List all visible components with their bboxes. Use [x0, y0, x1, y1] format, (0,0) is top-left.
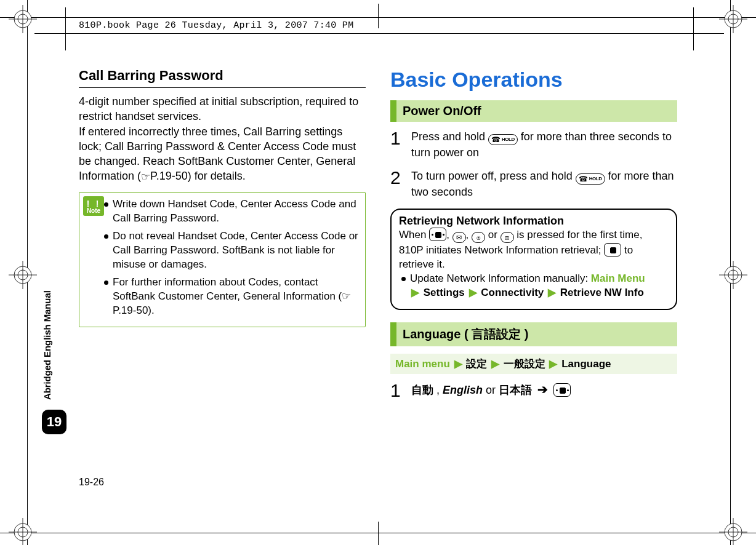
svg-point-20	[725, 266, 742, 284]
menu-settings-jp: 設定	[466, 358, 487, 370]
option-english: English	[443, 384, 483, 396]
crop-tick-tr-v	[693, 7, 694, 50]
note-badge-label: Note	[87, 208, 100, 214]
step-number: 2	[390, 169, 403, 199]
menu-language: Language	[561, 358, 611, 370]
heading-call-barring: Call Barring Password	[79, 68, 366, 84]
menu-settings: Settings	[424, 287, 465, 298]
body-desc-1: 4-digit number specified at initial subs…	[79, 94, 366, 124]
chevron-right-icon: ▶	[547, 287, 557, 298]
inner-line-top	[34, 33, 724, 34]
step-text: Press and hold ☎HOLD for more than three…	[411, 129, 677, 160]
web-key-icon: ⍟	[472, 232, 485, 243]
svg-point-4	[725, 10, 742, 28]
note-item: Write down Handset Code, Center Access C…	[113, 197, 359, 226]
option-japanese: 日本語	[499, 384, 532, 396]
note-badge-icon: ! ! Note	[83, 196, 104, 216]
network-info-title: Retrieving Network Information	[399, 215, 669, 228]
svg-point-12	[725, 523, 742, 541]
body-desc-2b: ) for details.	[188, 170, 246, 182]
svg-point-8	[14, 523, 31, 541]
heading-rule	[79, 87, 366, 88]
left-column: Call Barring Password 4-digit number spe…	[79, 68, 366, 461]
right-column: Basic Operations Power On/Off 1 Press an…	[390, 68, 677, 461]
step-number: 1	[390, 129, 403, 160]
step-number: 1	[390, 381, 403, 400]
arrow-right-icon: ➔	[535, 383, 550, 396]
side-tab-label: Abridged English Manual	[42, 271, 52, 400]
step-1-power-on: 1 Press and hold ☎HOLD for more than thr…	[390, 129, 677, 160]
step-2-power-off: 2 To turn power off, press and hold ☎HOL…	[390, 169, 677, 199]
note-item: For further information about Codes, con…	[113, 276, 359, 318]
step-text: 自動 , English or 日本語 ➔	[411, 381, 571, 400]
svg-point-9	[18, 527, 28, 537]
registration-mark-icon	[719, 261, 747, 289]
registration-mark-icon	[719, 5, 747, 33]
heading-power: Power On/Off	[390, 100, 677, 122]
side-tab: Abridged English Manual 19	[42, 271, 73, 431]
chevron-right-icon: ▶	[548, 358, 558, 370]
note-box: ! ! Note Write down Handset Code, Center…	[79, 192, 366, 327]
power-end-key-icon: ☎HOLD	[488, 134, 518, 145]
mail-key-icon: ✉	[452, 232, 466, 243]
step-1-language: 1 自動 , English or 日本語 ➔	[390, 381, 677, 400]
crop-tick-tc-v	[378, 4, 379, 28]
network-info-body: When , ✉, ⍟ or ⧈ is pressed for the firs…	[399, 228, 669, 272]
chevron-right-icon: ▶	[490, 358, 501, 370]
network-info-box: Retrieving Network Information When , ✉,…	[390, 209, 677, 310]
note-list: Write down Handset Code, Center Access C…	[86, 197, 359, 318]
chevron-right-icon: ▶	[410, 287, 420, 298]
footer-page-number: 19-26	[79, 477, 104, 488]
crop-line-right	[730, 0, 731, 545]
heading-basic-operations: Basic Operations	[390, 68, 677, 92]
menu-root: Main Menu	[591, 272, 645, 284]
svg-point-17	[18, 270, 28, 280]
crop-tick-bc-h	[366, 533, 390, 533]
step-text: To turn power off, press and hold ☎HOLD …	[411, 169, 677, 199]
nav-center-key-icon	[429, 228, 446, 241]
note-item: Do not reveal Handset Code, Center Acces…	[113, 229, 359, 272]
page-content: Abridged English Manual 19 Call Barring …	[79, 68, 677, 461]
side-tab-chapter: 19	[42, 410, 66, 434]
registration-mark-icon	[719, 518, 747, 545]
crop-line-left	[27, 0, 28, 545]
network-info-bullets: Update Network Information manually: Mai…	[399, 272, 669, 300]
registration-mark-icon	[9, 518, 37, 545]
option-auto: 自動	[411, 384, 433, 396]
body-desc-2-ref: P.19-50	[150, 170, 188, 182]
tv-key-icon: ⧈	[501, 232, 514, 243]
print-header: 810P.book Page 26 Tuesday, April 3, 2007…	[79, 20, 353, 31]
network-info-bullet: Update Network Information manually: Mai…	[410, 272, 669, 300]
svg-point-1	[18, 14, 28, 24]
registration-mark-icon	[9, 5, 37, 33]
menu-root: Main menu	[395, 358, 450, 370]
menu-connectivity: Connectivity	[481, 287, 544, 298]
nav-center-key-icon	[604, 243, 621, 257]
svg-point-16	[14, 266, 31, 284]
menu-path-bar: Main menu ▶ 設定 ▶ 一般設定 ▶ Language	[390, 354, 677, 374]
menu-general-jp: 一般設定	[504, 358, 545, 370]
power-end-key-icon: ☎HOLD	[576, 173, 605, 185]
pointer-icon: ☞	[141, 171, 150, 183]
svg-point-0	[14, 10, 31, 28]
menu-retrieve-nw: Retrieve NW Info	[560, 287, 644, 298]
chevron-right-icon: ▶	[453, 358, 464, 370]
heading-language: Language ( 言語設定 )	[390, 322, 677, 346]
crop-tick-tl-v	[65, 7, 66, 50]
body-desc-2: If entered incorrectly three times, Call…	[79, 124, 366, 185]
crop-tick-tc-h	[366, 17, 390, 18]
registration-mark-icon	[9, 261, 37, 289]
crop-tick-bc-v	[378, 522, 379, 545]
chevron-right-icon: ▶	[468, 287, 478, 298]
nav-center-key-icon	[553, 383, 571, 397]
